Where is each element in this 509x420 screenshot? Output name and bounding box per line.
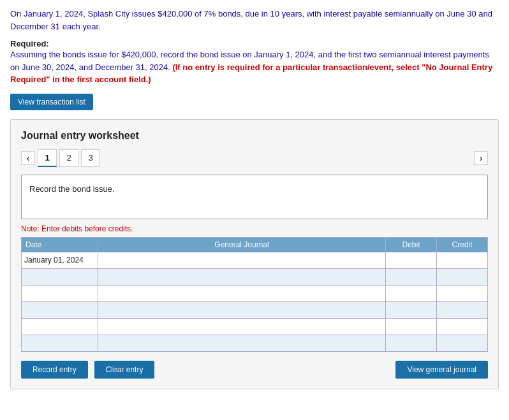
row-3-credit-input[interactable] — [437, 286, 487, 301]
row-3-journal[interactable] — [98, 285, 386, 301]
worksheet-container: Journal entry worksheet ‹ 1 2 3 › Record… — [10, 119, 499, 389]
table-row — [22, 285, 488, 301]
row-3-date — [22, 285, 98, 301]
row-5-credit[interactable] — [437, 318, 488, 335]
required-label: Required: — [10, 39, 499, 48]
col-header-credit: Credit — [437, 237, 488, 252]
row-5-journal[interactable] — [98, 318, 386, 335]
row-4-credit-input[interactable] — [437, 302, 487, 318]
row-3-debit[interactable] — [386, 285, 437, 301]
row-1-journal-input[interactable] — [98, 252, 385, 268]
col-header-journal: General Journal — [98, 237, 386, 252]
instruction-box: Record the bond issue. — [21, 175, 488, 219]
table-row — [22, 301, 488, 318]
row-5-date — [22, 318, 98, 335]
table-row — [22, 318, 488, 335]
row-6-credit[interactable] — [437, 335, 488, 351]
next-tab-button[interactable]: › — [474, 151, 488, 165]
row-6-date — [22, 335, 98, 351]
row-4-credit[interactable] — [437, 301, 488, 318]
row-1-date: January 01, 2024 — [22, 252, 98, 268]
col-header-date: Date — [22, 237, 98, 252]
col-header-debit: Debit — [386, 237, 437, 252]
row-2-journal[interactable] — [98, 268, 386, 285]
row-2-debit[interactable] — [386, 268, 437, 285]
journal-table: Date General Journal Debit Credit Januar… — [21, 237, 488, 352]
row-2-debit-input[interactable] — [386, 269, 436, 285]
required-section: Required: Assuming the bonds issue for $… — [10, 39, 499, 86]
view-general-journal-button[interactable]: View general journal — [395, 361, 488, 379]
clear-entry-button[interactable]: Clear entry — [94, 361, 155, 379]
row-6-credit-input[interactable] — [437, 335, 487, 351]
row-4-debit[interactable] — [386, 301, 437, 318]
row-2-date — [22, 268, 98, 285]
row-3-credit[interactable] — [437, 285, 488, 301]
row-5-credit-input[interactable] — [437, 319, 487, 335]
row-2-credit[interactable] — [437, 268, 488, 285]
tab-2[interactable]: 2 — [59, 149, 78, 167]
row-6-journal[interactable] — [98, 335, 386, 351]
row-4-debit-input[interactable] — [386, 302, 436, 318]
row-2-credit-input[interactable] — [437, 269, 487, 285]
row-2-journal-input[interactable] — [98, 269, 385, 285]
row-4-date — [22, 301, 98, 318]
row-3-debit-input[interactable] — [386, 286, 436, 301]
row-4-journal-input[interactable] — [98, 302, 385, 318]
row-6-debit[interactable] — [386, 335, 437, 351]
required-body: Assuming the bonds issue for $420,000, r… — [10, 48, 499, 86]
view-transaction-button[interactable]: View transaction list — [10, 94, 93, 110]
row-4-journal[interactable] — [98, 301, 386, 318]
row-5-debit-input[interactable] — [386, 319, 436, 335]
row-6-journal-input[interactable] — [98, 335, 385, 351]
row-3-journal-input[interactable] — [98, 286, 385, 301]
prev-tab-button[interactable]: ‹ — [21, 151, 35, 165]
row-1-debit[interactable] — [386, 252, 437, 268]
instruction-text: Record the bond issue. — [29, 184, 115, 194]
record-entry-button[interactable]: Record entry — [21, 361, 88, 379]
row-6-debit-input[interactable] — [386, 335, 436, 351]
tab-3[interactable]: 3 — [81, 149, 100, 167]
intro-text: On January 1, 2024, Splash City issues $… — [10, 8, 499, 33]
tab-1[interactable]: 1 — [38, 149, 57, 167]
note-text: Note: Enter debits before credits. — [21, 224, 488, 233]
tab-navigation: ‹ 1 2 3 › — [21, 149, 488, 167]
footer-buttons: Record entry Clear entry View general jo… — [21, 361, 488, 379]
row-5-journal-input[interactable] — [98, 319, 385, 335]
table-row — [22, 268, 488, 285]
row-1-credit[interactable] — [437, 252, 488, 268]
row-5-debit[interactable] — [386, 318, 437, 335]
row-1-debit-input[interactable] — [386, 252, 436, 268]
worksheet-title: Journal entry worksheet — [21, 130, 488, 141]
row-1-journal[interactable] — [98, 252, 386, 268]
row-1-credit-input[interactable] — [437, 252, 487, 268]
table-row — [22, 335, 488, 351]
table-row: January 01, 2024 — [22, 252, 488, 268]
